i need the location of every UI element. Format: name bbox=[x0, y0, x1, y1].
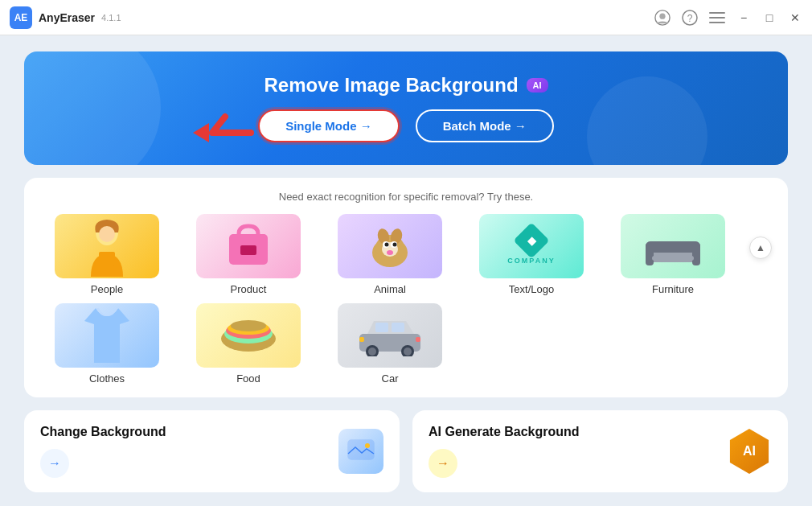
category-clothes[interactable]: Clothes bbox=[40, 303, 174, 385]
category-thumb-people bbox=[55, 214, 159, 278]
change-bg-left: Change Background → bbox=[40, 425, 166, 478]
hero-buttons: Single Mode → Batch Mode → bbox=[258, 109, 554, 142]
change-background-card[interactable]: Change Background → bbox=[24, 410, 400, 492]
category-label-animal: Animal bbox=[374, 283, 406, 295]
profile-icon[interactable] bbox=[654, 10, 671, 26]
svg-point-43 bbox=[365, 443, 370, 448]
hero-title: Remove Image Background bbox=[264, 74, 518, 97]
svg-marker-7 bbox=[193, 123, 209, 142]
single-mode-button[interactable]: Single Mode → bbox=[258, 109, 400, 142]
category-car[interactable]: Car bbox=[323, 303, 457, 385]
svg-rect-35 bbox=[392, 323, 404, 332]
category-food[interactable]: Food bbox=[182, 303, 315, 385]
category-label-textlogo: Text/Logo bbox=[509, 283, 554, 295]
svg-rect-4 bbox=[709, 12, 725, 14]
change-bg-icon bbox=[338, 429, 383, 474]
svg-point-9 bbox=[99, 226, 115, 242]
titlebar-right: ? − □ ✕ bbox=[654, 10, 802, 26]
category-thumb-clothes bbox=[55, 303, 159, 368]
batch-mode-button[interactable]: Batch Mode → bbox=[416, 109, 554, 142]
recognition-hint: Need exact recognition for specific remo… bbox=[40, 191, 772, 203]
ai-generate-background-card[interactable]: AI Generate Background → AI bbox=[412, 410, 788, 492]
svg-point-21 bbox=[393, 243, 397, 247]
svg-rect-34 bbox=[375, 323, 388, 332]
category-thumb-food bbox=[196, 303, 301, 368]
svg-rect-26 bbox=[692, 243, 700, 265]
svg-rect-40 bbox=[359, 337, 364, 342]
category-label-car: Car bbox=[382, 372, 399, 385]
category-thumb-textlogo: ◆ COMPANY bbox=[479, 214, 584, 278]
app-logo: AE bbox=[10, 6, 32, 29]
minimize-button[interactable]: − bbox=[736, 10, 751, 25]
category-thumb-furniture bbox=[621, 214, 725, 278]
svg-rect-10 bbox=[99, 252, 115, 266]
category-grid: People Product bbox=[40, 214, 772, 385]
scroll-up-button[interactable]: ▲ bbox=[749, 237, 772, 259]
close-button[interactable]: ✕ bbox=[788, 10, 802, 25]
ai-gen-badge: AI bbox=[727, 429, 772, 474]
category-thumb-animal bbox=[338, 214, 442, 278]
category-product[interactable]: Product bbox=[182, 214, 315, 295]
category-thumb-product bbox=[196, 214, 301, 278]
category-label-furniture: Furniture bbox=[652, 283, 694, 295]
svg-rect-12 bbox=[240, 245, 256, 255]
category-furniture[interactable]: Furniture bbox=[606, 214, 740, 295]
svg-point-22 bbox=[387, 250, 393, 255]
category-animal[interactable]: Animal bbox=[323, 214, 457, 295]
svg-rect-5 bbox=[709, 17, 725, 19]
ai-gen-arrow[interactable]: → bbox=[429, 449, 457, 478]
maximize-button[interactable]: □ bbox=[762, 10, 777, 25]
svg-rect-41 bbox=[416, 337, 420, 342]
hero-title-row: Remove Image Background AI bbox=[264, 74, 547, 97]
hero-banner: Remove Image Background AI Single Mode →… bbox=[24, 51, 788, 165]
red-arrow-indicator bbox=[193, 96, 257, 144]
category-label-clothes: Clothes bbox=[89, 372, 125, 385]
categories-main: People Product bbox=[40, 214, 740, 385]
category-textlogo[interactable]: ◆ COMPANY Text/Logo bbox=[465, 214, 598, 295]
ai-gen-left: AI Generate Background → bbox=[429, 425, 580, 478]
svg-rect-25 bbox=[646, 243, 654, 265]
category-people[interactable]: People bbox=[40, 214, 174, 295]
ai-badge: AI bbox=[527, 78, 548, 93]
help-icon[interactable]: ? bbox=[682, 10, 698, 26]
category-label-people: People bbox=[91, 283, 123, 295]
svg-rect-24 bbox=[646, 241, 700, 253]
app-version: 4.1.1 bbox=[101, 13, 121, 23]
category-label-food: Food bbox=[236, 372, 260, 385]
recognition-section: Need exact recognition for specific remo… bbox=[24, 178, 788, 397]
main-content: Remove Image Background AI Single Mode →… bbox=[0, 35, 812, 506]
svg-rect-6 bbox=[709, 22, 725, 23]
svg-point-32 bbox=[231, 320, 266, 331]
bottom-cards-row: Change Background → AI Generate Backgrou… bbox=[24, 410, 788, 492]
menu-icon[interactable] bbox=[709, 10, 725, 26]
svg-point-37 bbox=[368, 348, 376, 356]
titlebar-left: AE AnyEraser 4.1.1 bbox=[10, 6, 121, 29]
titlebar: AE AnyEraser 4.1.1 ? − □ ✕ bbox=[0, 0, 812, 35]
svg-point-39 bbox=[404, 348, 412, 356]
change-bg-arrow[interactable]: → bbox=[40, 449, 69, 478]
svg-point-20 bbox=[385, 243, 389, 247]
category-thumb-car bbox=[338, 303, 442, 368]
app-name: AnyEraser bbox=[39, 11, 95, 24]
svg-text:?: ? bbox=[687, 13, 693, 24]
category-label-product: Product bbox=[231, 283, 267, 295]
ai-gen-title: AI Generate Background bbox=[429, 425, 580, 439]
svg-point-1 bbox=[659, 13, 665, 19]
svg-rect-27 bbox=[652, 256, 694, 261]
change-bg-title: Change Background bbox=[40, 425, 166, 439]
